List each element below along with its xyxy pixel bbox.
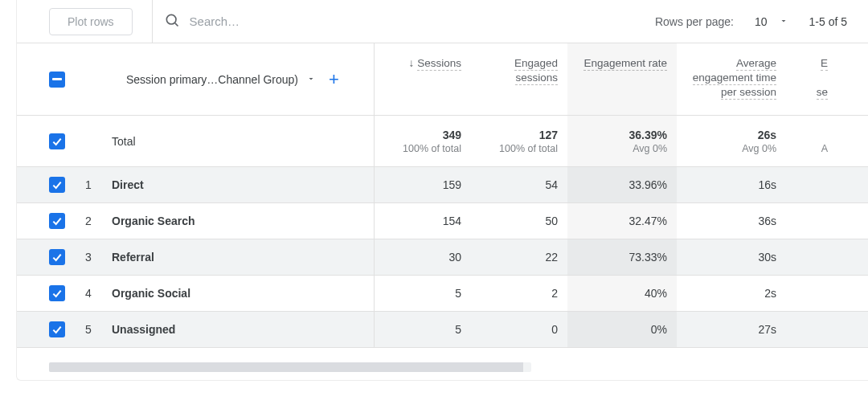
total-avg-time: 26sAvg 0%: [677, 129, 786, 154]
table-toolbar: Plot rows Rows per page: 10 1-5 of 5: [17, 0, 868, 43]
svg-point-0: [166, 14, 176, 24]
cell-sessions: 5: [375, 287, 471, 300]
plot-rows-button[interactable]: Plot rows: [49, 8, 133, 35]
row-index: 3: [65, 251, 112, 264]
cell-engagement-rate: 33.96%: [567, 178, 677, 191]
col-engagement-rate[interactable]: Engagement rate: [567, 43, 677, 71]
totals-label: Total: [112, 135, 136, 148]
chevron-down-icon: [779, 15, 788, 28]
row-index: 5: [65, 323, 112, 336]
cell-sessions: 30: [375, 251, 471, 264]
horizontal-scrollbar[interactable]: [49, 362, 531, 372]
col-avg-engagement-time[interactable]: Average engagement time per session: [677, 43, 786, 100]
add-dimension-icon[interactable]: +: [329, 69, 339, 90]
cell-avg-time: 27s: [677, 323, 786, 336]
row-dimension-value: Direct: [112, 178, 144, 191]
col-engaged-sessions[interactable]: Engaged sessions: [471, 43, 567, 85]
cell-avg-time: 30s: [677, 251, 786, 264]
col-events-partial[interactable]: E se: [786, 43, 837, 100]
table-row: 5 Unassigned 5 0 0% 27s: [17, 312, 868, 348]
cell-engagement-rate: 32.47%: [567, 215, 677, 227]
row-checkbox[interactable]: [49, 285, 65, 301]
cell-engaged-sessions: 54: [471, 178, 567, 191]
cell-engagement-rate: 0%: [567, 323, 677, 336]
table-row: 4 Organic Social 5 2 40% 2s: [17, 276, 868, 312]
cell-engaged-sessions: 22: [471, 251, 567, 264]
row-checkbox[interactable]: [49, 321, 65, 337]
cell-engagement-rate: 40%: [567, 287, 677, 300]
row-dimension-value: Unassigned: [112, 323, 175, 336]
row-dimension-value: Organic Social: [112, 287, 190, 300]
cell-sessions: 154: [375, 215, 471, 227]
select-all-checkbox[interactable]: [49, 72, 65, 88]
row-checkbox[interactable]: [49, 213, 65, 229]
cell-avg-time: 2s: [677, 287, 786, 300]
col-sessions[interactable]: ↓Sessions: [375, 43, 471, 71]
rows-per-page-label: Rows per page:: [655, 15, 734, 28]
row-index: 2: [65, 215, 112, 227]
table-row: 3 Referral 30 22 73.33% 30s: [17, 239, 868, 276]
chevron-down-icon[interactable]: [306, 73, 316, 86]
row-index: 4: [65, 287, 112, 300]
data-table-card: Plot rows Rows per page: 10 1-5 of 5 Ses…: [16, 0, 868, 381]
row-checkbox[interactable]: [49, 177, 65, 193]
table-row: 1 Direct 159 54 33.96% 16s: [17, 167, 868, 203]
pagination-range: 1-5 of 5: [809, 15, 847, 28]
rows-per-page-select[interactable]: 10: [755, 15, 788, 28]
row-index: 1: [65, 178, 112, 191]
row-dimension-value: Organic Search: [112, 215, 195, 227]
cell-engaged-sessions: 2: [471, 287, 567, 300]
table-row: 2 Organic Search 154 50 32.47% 36s: [17, 203, 868, 239]
sort-desc-icon: ↓: [408, 57, 414, 69]
cell-sessions: 5: [375, 323, 471, 336]
cell-sessions: 159: [375, 178, 471, 191]
search-input[interactable]: [188, 14, 397, 29]
row-dimension-value: Referral: [112, 251, 154, 264]
search-field[interactable]: [152, 0, 655, 43]
cell-avg-time: 36s: [677, 215, 786, 227]
cell-engaged-sessions: 0: [471, 323, 567, 336]
dimension-header-cell: Session primary…Channel Group) +: [17, 43, 375, 115]
totals-row: Total 349100% of total 127100% of total …: [17, 116, 868, 167]
dimension-picker[interactable]: Session primary…Channel Group): [126, 73, 298, 86]
pagination-controls: Rows per page: 10 1-5 of 5: [655, 15, 868, 28]
cell-engaged-sessions: 50: [471, 215, 567, 227]
row-checkbox[interactable]: [49, 133, 65, 149]
total-engagement-rate: 36.39%Avg 0%: [567, 129, 677, 154]
total-events-partial: A: [786, 129, 837, 154]
table-header-row: Session primary…Channel Group) + ↓Sessio…: [17, 43, 868, 116]
row-checkbox[interactable]: [49, 249, 65, 265]
total-sessions: 349100% of total: [375, 129, 471, 154]
cell-engagement-rate: 73.33%: [567, 251, 677, 264]
svg-line-1: [174, 23, 178, 27]
total-engaged-sessions: 127100% of total: [471, 129, 567, 154]
cell-avg-time: 16s: [677, 178, 786, 191]
rows-per-page-value: 10: [755, 15, 768, 28]
search-icon: [164, 12, 180, 31]
